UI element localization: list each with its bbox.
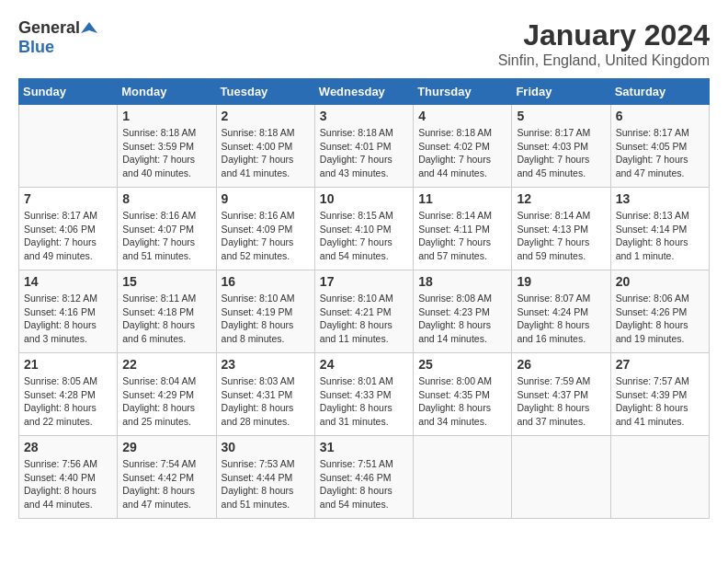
day-number: 16 [222, 274, 310, 289]
weekday-header: Tuesday [216, 79, 314, 105]
day-number: 15 [122, 274, 210, 289]
day-number: 25 [418, 357, 506, 372]
calendar-cell: 6Sunrise: 8:17 AMSunset: 4:05 PMDaylight… [610, 105, 709, 188]
title-area: January 2024 Sinfin, England, United Kin… [498, 18, 710, 69]
day-number: 22 [122, 357, 210, 372]
day-info: Sunrise: 8:07 AMSunset: 4:24 PMDaylight:… [517, 292, 605, 346]
calendar-week-row: 7Sunrise: 8:17 AMSunset: 4:06 PMDaylight… [19, 188, 710, 270]
day-info: Sunrise: 8:08 AMSunset: 4:23 PMDaylight:… [418, 292, 506, 346]
calendar-week-row: 28Sunrise: 7:56 AMSunset: 4:40 PMDayligh… [19, 436, 710, 519]
day-number: 9 [222, 191, 310, 206]
day-info: Sunrise: 8:17 AMSunset: 4:05 PMDaylight:… [616, 126, 704, 180]
day-number: 10 [320, 191, 408, 206]
day-info: Sunrise: 7:57 AMSunset: 4:39 PMDaylight:… [616, 374, 704, 429]
calendar-cell: 29Sunrise: 7:54 AMSunset: 4:42 PMDayligh… [118, 436, 216, 519]
calendar-cell: 18Sunrise: 8:08 AMSunset: 4:23 PMDayligh… [414, 270, 512, 353]
day-number: 29 [122, 440, 210, 454]
day-number: 6 [616, 109, 704, 123]
calendar-cell: 30Sunrise: 7:53 AMSunset: 4:44 PMDayligh… [216, 436, 314, 519]
day-number: 11 [418, 191, 506, 206]
day-number: 28 [24, 440, 112, 454]
day-number: 2 [222, 109, 310, 123]
calendar-cell: 3Sunrise: 8:18 AMSunset: 4:01 PMDaylight… [314, 105, 413, 188]
calendar-cell: 25Sunrise: 8:00 AMSunset: 4:35 PMDayligh… [414, 353, 512, 436]
day-info: Sunrise: 8:17 AMSunset: 4:03 PMDaylight:… [517, 126, 605, 180]
calendar-cell: 26Sunrise: 7:59 AMSunset: 4:37 PMDayligh… [512, 353, 610, 436]
calendar-cell: 22Sunrise: 8:04 AMSunset: 4:29 PMDayligh… [118, 353, 216, 436]
day-info: Sunrise: 8:05 AMSunset: 4:28 PMDaylight:… [24, 374, 112, 429]
calendar-cell [610, 436, 709, 519]
logo: General Blue [18, 18, 98, 57]
day-number: 8 [122, 191, 210, 206]
day-info: Sunrise: 7:51 AMSunset: 4:46 PMDaylight:… [320, 457, 408, 511]
weekday-header: Thursday [414, 79, 512, 105]
calendar-cell: 8Sunrise: 8:16 AMSunset: 4:07 PMDaylight… [118, 188, 216, 270]
calendar-cell [19, 105, 118, 188]
day-info: Sunrise: 7:56 AMSunset: 4:40 PMDaylight:… [24, 457, 112, 511]
calendar-cell: 14Sunrise: 8:12 AMSunset: 4:16 PMDayligh… [19, 270, 118, 353]
day-info: Sunrise: 8:16 AMSunset: 4:09 PMDaylight:… [222, 209, 310, 263]
calendar-cell: 10Sunrise: 8:15 AMSunset: 4:10 PMDayligh… [314, 188, 413, 270]
day-info: Sunrise: 7:54 AMSunset: 4:42 PMDaylight:… [122, 457, 210, 511]
day-number: 17 [320, 274, 408, 289]
calendar-cell: 7Sunrise: 8:17 AMSunset: 4:06 PMDaylight… [19, 188, 118, 270]
calendar-table: SundayMondayTuesdayWednesdayThursdayFrid… [18, 78, 710, 519]
calendar-cell: 17Sunrise: 8:10 AMSunset: 4:21 PMDayligh… [314, 270, 413, 353]
day-number: 24 [320, 357, 408, 372]
day-info: Sunrise: 8:18 AMSunset: 4:01 PMDaylight:… [320, 126, 408, 180]
day-info: Sunrise: 8:00 AMSunset: 4:35 PMDaylight:… [418, 374, 506, 429]
day-number: 7 [24, 191, 112, 206]
calendar-cell: 9Sunrise: 8:16 AMSunset: 4:09 PMDaylight… [216, 188, 314, 270]
svg-marker-0 [81, 22, 97, 33]
month-year-title: January 2024 [498, 18, 710, 52]
day-info: Sunrise: 8:12 AMSunset: 4:16 PMDaylight:… [24, 292, 112, 346]
day-number: 20 [616, 274, 704, 289]
calendar-cell: 13Sunrise: 8:13 AMSunset: 4:14 PMDayligh… [610, 188, 709, 270]
calendar-cell: 1Sunrise: 8:18 AMSunset: 3:59 PMDaylight… [118, 105, 216, 188]
logo-general: General [18, 18, 80, 38]
day-info: Sunrise: 8:14 AMSunset: 4:13 PMDaylight:… [517, 209, 605, 263]
calendar-cell: 24Sunrise: 8:01 AMSunset: 4:33 PMDayligh… [314, 353, 413, 436]
day-info: Sunrise: 7:53 AMSunset: 4:44 PMDaylight:… [222, 457, 310, 511]
calendar-cell [512, 436, 610, 519]
day-number: 12 [517, 191, 605, 206]
day-info: Sunrise: 8:10 AMSunset: 4:19 PMDaylight:… [222, 292, 310, 346]
day-info: Sunrise: 8:16 AMSunset: 4:07 PMDaylight:… [122, 209, 210, 263]
day-info: Sunrise: 8:13 AMSunset: 4:14 PMDaylight:… [616, 209, 704, 263]
calendar-week-row: 21Sunrise: 8:05 AMSunset: 4:28 PMDayligh… [19, 353, 710, 436]
calendar-cell: 16Sunrise: 8:10 AMSunset: 4:19 PMDayligh… [216, 270, 314, 353]
calendar-cell: 4Sunrise: 8:18 AMSunset: 4:02 PMDaylight… [414, 105, 512, 188]
day-number: 13 [616, 191, 704, 206]
calendar-cell: 5Sunrise: 8:17 AMSunset: 4:03 PMDaylight… [512, 105, 610, 188]
calendar-week-row: 14Sunrise: 8:12 AMSunset: 4:16 PMDayligh… [19, 270, 710, 353]
page-header: General Blue January 2024 Sinfin, Englan… [18, 18, 710, 69]
day-number: 23 [222, 357, 310, 372]
day-number: 21 [24, 357, 112, 372]
calendar-cell: 28Sunrise: 7:56 AMSunset: 4:40 PMDayligh… [19, 436, 118, 519]
calendar-cell [414, 436, 512, 519]
day-number: 1 [122, 109, 210, 123]
calendar-week-row: 1Sunrise: 8:18 AMSunset: 3:59 PMDaylight… [19, 105, 710, 188]
day-info: Sunrise: 8:18 AMSunset: 4:02 PMDaylight:… [418, 126, 506, 180]
calendar-cell: 23Sunrise: 8:03 AMSunset: 4:31 PMDayligh… [216, 353, 314, 436]
day-info: Sunrise: 8:18 AMSunset: 3:59 PMDaylight:… [122, 126, 210, 180]
calendar-cell: 11Sunrise: 8:14 AMSunset: 4:11 PMDayligh… [414, 188, 512, 270]
logo-bird-icon [81, 20, 97, 37]
day-number: 30 [222, 440, 310, 454]
day-number: 19 [517, 274, 605, 289]
day-info: Sunrise: 7:59 AMSunset: 4:37 PMDaylight:… [517, 374, 605, 429]
day-info: Sunrise: 8:17 AMSunset: 4:06 PMDaylight:… [24, 209, 112, 263]
day-info: Sunrise: 8:06 AMSunset: 4:26 PMDaylight:… [616, 292, 704, 346]
day-info: Sunrise: 8:04 AMSunset: 4:29 PMDaylight:… [122, 374, 210, 429]
day-info: Sunrise: 8:10 AMSunset: 4:21 PMDaylight:… [320, 292, 408, 346]
calendar-cell: 20Sunrise: 8:06 AMSunset: 4:26 PMDayligh… [610, 270, 709, 353]
calendar-cell: 19Sunrise: 8:07 AMSunset: 4:24 PMDayligh… [512, 270, 610, 353]
weekday-header: Saturday [610, 79, 709, 105]
day-info: Sunrise: 8:01 AMSunset: 4:33 PMDaylight:… [320, 374, 408, 429]
calendar-cell: 12Sunrise: 8:14 AMSunset: 4:13 PMDayligh… [512, 188, 610, 270]
day-number: 26 [517, 357, 605, 372]
day-number: 3 [320, 109, 408, 123]
day-info: Sunrise: 8:15 AMSunset: 4:10 PMDaylight:… [320, 209, 408, 263]
day-number: 14 [24, 274, 112, 289]
day-number: 5 [517, 109, 605, 123]
